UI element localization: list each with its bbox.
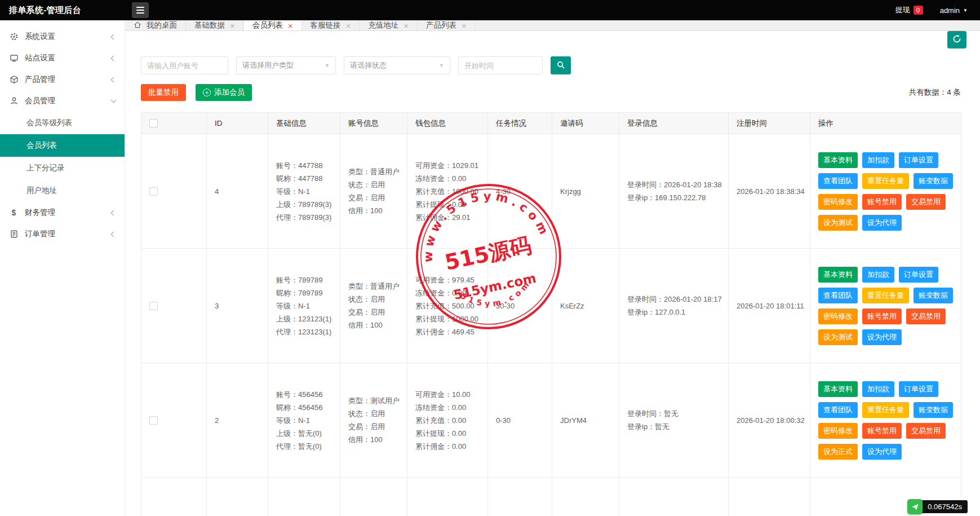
op-adjust-balance-button[interactable]: 加扣款 <box>862 267 894 283</box>
status-select[interactable]: 请选择状态 ▼ <box>344 56 450 74</box>
tab-desktop[interactable]: 我的桌面 <box>125 20 186 30</box>
op-balance-records-button[interactable]: 账变数据 <box>914 288 953 303</box>
tab-basic-data[interactable]: 基础数据 × <box>186 20 244 30</box>
op-set-formal-button[interactable]: 设为正式 <box>818 444 858 460</box>
row-checkbox[interactable] <box>149 416 158 425</box>
op-balance-records-button[interactable]: 账变数据 <box>914 173 953 189</box>
close-icon[interactable]: × <box>403 21 409 30</box>
cell-reg-time: 2026-01-20 18:01:11 <box>729 249 810 363</box>
sidebar-item-order-management[interactable]: 订单管理 <box>0 223 125 245</box>
info-line: 可用资金：10.00 <box>415 388 483 401</box>
op-disable-account-button[interactable]: 账号禁用 <box>862 423 902 439</box>
start-time-input[interactable] <box>458 56 543 74</box>
sidebar-item-member-level-list[interactable]: 会员等级列表 <box>0 112 125 134</box>
op-change-password-button[interactable]: 密码修改 <box>818 423 858 439</box>
sidebar-item-points-records[interactable]: 上下分记录 <box>0 157 125 179</box>
op-disable-trade-button[interactable]: 交易禁用 <box>906 308 946 324</box>
op-set-test-button[interactable]: 设为测试 <box>818 329 858 345</box>
op-adjust-balance-button[interactable]: 加扣款 <box>862 381 894 397</box>
sidebar-item-member-list[interactable]: 会员列表 <box>0 134 125 157</box>
app-title: 排单系统-管理后台 <box>0 5 125 16</box>
row-checkbox[interactable] <box>149 302 158 310</box>
user-menu[interactable]: admin ▼ <box>940 6 968 15</box>
op-balance-records-button[interactable]: 账变数据 <box>914 402 953 418</box>
sidebar-toggle-button[interactable] <box>132 2 149 18</box>
filter-bar: 请选择用户类型 ▼ 请选择状态 ▼ <box>125 48 980 74</box>
op-basic-profile-button[interactable]: 基本资料 <box>818 267 858 283</box>
sidebar: 系统设置 站点设置 产品管理 会员管理 会员等级列表 会员列表 上下分记录 用户… <box>0 20 125 516</box>
username: admin <box>940 6 960 15</box>
op-basic-profile-button[interactable]: 基本资料 <box>818 152 858 168</box>
close-icon[interactable]: × <box>462 21 467 30</box>
corner-widgets: 0.067542s <box>907 499 968 514</box>
op-reset-task-button[interactable]: 重置任务量 <box>862 402 909 418</box>
close-icon[interactable]: × <box>346 21 351 30</box>
op-order-settings-button[interactable]: 订单设置 <box>899 267 938 283</box>
add-member-button[interactable]: + 添加会员 <box>196 84 252 101</box>
info-line: 交易：启用 <box>348 420 402 433</box>
info-line: 可用资金：1029.01 <box>415 159 483 172</box>
info-line: 信用：100 <box>348 433 402 446</box>
cell-invite-code: KsErZz <box>552 249 619 363</box>
op-view-team-button[interactable]: 查看团队 <box>818 288 858 303</box>
user-icon <box>9 96 19 105</box>
info-line: 登录时间：2026-01-20 18:17 <box>627 293 724 306</box>
close-icon[interactable]: × <box>288 21 293 30</box>
search-button[interactable] <box>551 56 571 74</box>
cell-operations: 基本资料 加扣款 订单设置 查看团队 重置任务量 账变数据 密码修改 账号禁用 <box>810 363 961 478</box>
batch-disable-button[interactable]: 批量禁用 <box>141 84 186 101</box>
sidebar-item-member-management[interactable]: 会员管理 <box>0 90 125 112</box>
caret-down-icon: ▼ <box>439 63 444 68</box>
cell-task-status: 30-30 <box>488 249 552 363</box>
sidebar-item-system-settings[interactable]: 系统设置 <box>0 26 125 47</box>
op-view-team-button[interactable]: 查看团队 <box>818 402 858 418</box>
cell-id: 2 <box>207 363 268 478</box>
op-order-settings-button[interactable]: 订单设置 <box>899 381 938 397</box>
op-change-password-button[interactable]: 密码修改 <box>818 308 858 324</box>
op-set-agent-button[interactable]: 设为代理 <box>862 215 902 231</box>
op-disable-account-button[interactable]: 账号禁用 <box>862 308 902 324</box>
account-input[interactable] <box>141 56 228 74</box>
row-checkbox[interactable] <box>149 187 158 196</box>
chat-float-icon[interactable] <box>907 499 923 514</box>
sidebar-item-finance-management[interactable]: $ 财务管理 <box>0 202 125 223</box>
cell-invite-code: Krjzgg <box>552 134 619 249</box>
tab-product-list[interactable]: 产品列表 × <box>418 20 476 30</box>
info-line: 信用：100 <box>348 204 402 217</box>
info-line: 登录时间：2026-01-20 18:38 <box>627 178 724 191</box>
op-disable-trade-button[interactable]: 交易禁用 <box>906 423 946 439</box>
close-icon[interactable]: × <box>230 21 235 30</box>
sidebar-item-site-settings[interactable]: 站点设置 <box>0 47 125 69</box>
op-basic-profile-button[interactable]: 基本资料 <box>818 381 858 397</box>
op-adjust-balance-button[interactable]: 加扣款 <box>862 152 894 168</box>
topbar: 排单系统-管理后台 提现 0 admin ▼ <box>0 0 980 20</box>
op-change-password-button[interactable]: 密码修改 <box>818 194 858 210</box>
user-type-select[interactable]: 请选择用户类型 ▼ <box>236 56 336 74</box>
header-invite-code: 邀请码 <box>552 113 619 134</box>
op-reset-task-button[interactable]: 重置任务量 <box>862 288 909 303</box>
refresh-button[interactable] <box>947 31 966 48</box>
header-wallet-info: 钱包信息 <box>407 113 488 134</box>
op-disable-account-button[interactable]: 账号禁用 <box>862 194 902 210</box>
op-set-agent-button[interactable]: 设为代理 <box>862 444 902 460</box>
chevron-left-icon <box>111 34 117 39</box>
tab-recharge-address[interactable]: 充值地址 × <box>360 20 418 30</box>
tab-service-link[interactable]: 客服链接 × <box>302 20 360 30</box>
cell-task-status <box>488 478 552 516</box>
sidebar-item-product-management[interactable]: 产品管理 <box>0 69 125 90</box>
tab-member-list[interactable]: 会员列表 × <box>244 20 302 30</box>
caret-down-icon: ▼ <box>325 63 330 68</box>
cell-operations: 基本资料 加扣款 订单设置 查看团队 重置任务量 账变数据 密码修改 账号禁用 <box>810 249 961 363</box>
sidebar-item-user-address[interactable]: 用户地址 <box>0 179 125 202</box>
op-set-test-button[interactable]: 设为测试 <box>818 215 858 231</box>
op-order-settings-button[interactable]: 订单设置 <box>899 152 938 168</box>
op-set-agent-button[interactable]: 设为代理 <box>862 329 902 345</box>
op-view-team-button[interactable]: 查看团队 <box>818 173 858 189</box>
info-line: 等级：N-1 <box>276 414 335 427</box>
chevron-left-icon <box>111 55 117 61</box>
op-disable-trade-button[interactable]: 交易禁用 <box>906 194 946 210</box>
tabbar: 我的桌面 基础数据 × 会员列表 × 客服链接 × 充值地址 × 产品列表 × <box>125 20 980 31</box>
select-all-checkbox[interactable] <box>149 119 158 127</box>
op-reset-task-button[interactable]: 重置任务量 <box>862 173 909 189</box>
withdraw-menu[interactable]: 提现 0 <box>895 5 923 15</box>
